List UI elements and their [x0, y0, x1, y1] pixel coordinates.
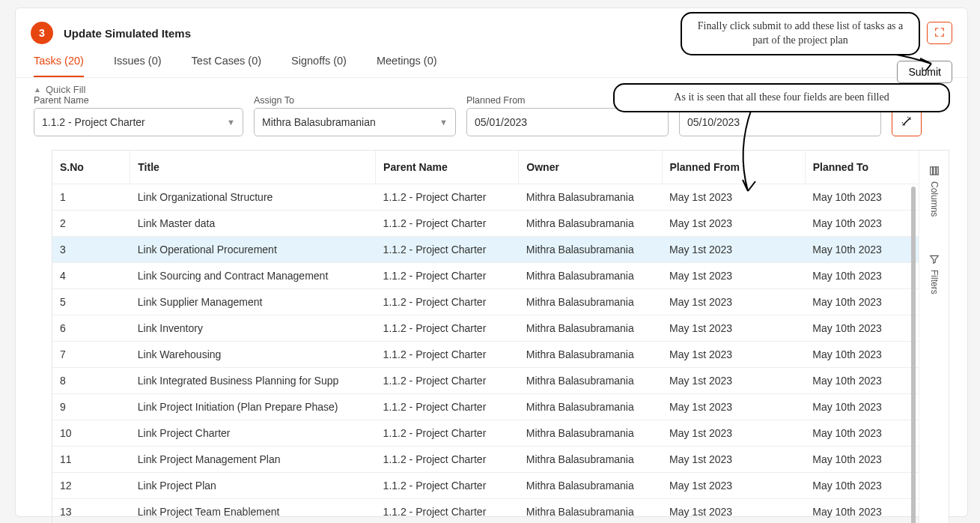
cell-parent: 1.1.2 - Project Charter — [376, 499, 519, 524]
cell-sno: 12 — [52, 473, 130, 499]
columns-icon — [929, 166, 940, 178]
collapse-icon: ▲ — [34, 85, 41, 94]
table-row[interactable]: 11Link Project Management Plan1.1.2 - Pr… — [52, 447, 949, 473]
cell-parent: 1.1.2 - Project Charter — [376, 368, 519, 394]
cell-sno: 7 — [52, 342, 130, 368]
tab-issues[interactable]: Issues (0) — [114, 55, 162, 77]
cell-title: Link Operational Procurement — [130, 237, 376, 263]
step-number: 3 — [31, 22, 53, 44]
table-row[interactable]: 8Link Integrated Business Planning for S… — [52, 368, 949, 394]
cell-owner: Mithra Balasubramania — [519, 368, 662, 394]
cell-from: May 1st 2023 — [662, 447, 805, 473]
cell-owner: Mithra Balasubramania — [519, 237, 662, 263]
annotation-fields: As it is seen that all these four fields… — [613, 83, 950, 112]
cell-owner: Mithra Balasubramania — [519, 342, 662, 368]
cell-sno: 5 — [52, 289, 130, 315]
assign-to-select[interactable]: Mithra Balasubramanian ▼ — [254, 108, 456, 136]
cell-owner: Mithra Balasubramania — [519, 289, 662, 315]
table-row[interactable]: 9Link Project Initiation (Plan Prepare P… — [52, 394, 949, 420]
cell-parent: 1.1.2 - Project Charter — [376, 263, 519, 289]
col-parent[interactable]: Parent Name — [376, 151, 519, 184]
cell-parent: 1.1.2 - Project Charter — [376, 473, 519, 499]
cell-from: May 1st 2023 — [662, 237, 805, 263]
filters-tool[interactable]: Filters — [929, 254, 940, 294]
assign-to-value: Mithra Balasubramanian — [262, 116, 376, 128]
cell-title: Link Project Charter — [130, 420, 376, 447]
cell-from: May 1st 2023 — [662, 420, 805, 447]
chevron-down-icon: ▼ — [227, 118, 235, 127]
cell-title: Link Sourcing and Contract Management — [130, 263, 376, 289]
cell-owner: Mithra Balasubramania — [519, 499, 662, 524]
cell-owner: Mithra Balasubramania — [519, 211, 662, 237]
cell-title: Link Master data — [130, 211, 376, 237]
cell-from: May 1st 2023 — [662, 263, 805, 289]
cell-title: Link Warehousing — [130, 342, 376, 368]
tab-meetings[interactable]: Meetings (0) — [377, 55, 437, 77]
cell-from: May 1st 2023 — [662, 289, 805, 315]
planned-from-value: 05/01/2023 — [475, 116, 527, 128]
quick-fill-label: Quick Fill — [46, 84, 85, 95]
table-row[interactable]: 3Link Operational Procurement1.1.2 - Pro… — [52, 237, 949, 263]
cell-owner: Mithra Balasubramania — [519, 263, 662, 289]
cell-parent: 1.1.2 - Project Charter — [376, 447, 519, 473]
col-sno[interactable]: S.No — [52, 151, 130, 184]
cell-title: Link Project Team Enablement — [130, 499, 376, 524]
parent-name-value: 1.1.2 - Project Charter — [42, 116, 145, 128]
cell-sno: 10 — [52, 420, 130, 447]
table-row[interactable]: 4Link Sourcing and Contract Management1.… — [52, 263, 949, 289]
cell-parent: 1.1.2 - Project Charter — [376, 289, 519, 315]
expand-icon — [934, 27, 945, 40]
tab-testcases[interactable]: Test Cases (0) — [192, 55, 261, 77]
table-row[interactable]: 12Link Project Plan1.1.2 - Project Chart… — [52, 473, 949, 499]
cell-sno: 2 — [52, 211, 130, 237]
svg-rect-0 — [930, 167, 932, 175]
cell-sno: 8 — [52, 368, 130, 394]
cell-sno: 3 — [52, 237, 130, 263]
parent-name-select[interactable]: 1.1.2 - Project Charter ▼ — [34, 108, 243, 136]
table-row[interactable]: 1Link Organizational Structure1.1.2 - Pr… — [52, 184, 949, 211]
table-row[interactable]: 7Link Warehousing1.1.2 - Project Charter… — [52, 342, 949, 368]
cell-from: May 1st 2023 — [662, 473, 805, 499]
cell-from: May 1st 2023 — [662, 342, 805, 368]
cell-owner: Mithra Balasubramania — [519, 473, 662, 499]
vertical-scrollbar[interactable] — [911, 187, 916, 523]
tab-tasks[interactable]: Tasks (20) — [34, 55, 84, 77]
table-row[interactable]: 6Link Inventory1.1.2 - Project CharterMi… — [52, 315, 949, 342]
cell-sno: 9 — [52, 394, 130, 420]
cell-from: May 1st 2023 — [662, 211, 805, 237]
svg-rect-1 — [933, 167, 935, 175]
cell-title: Link Integrated Business Planning for Su… — [130, 368, 376, 394]
cell-title: Link Inventory — [130, 315, 376, 342]
cell-title: Link Project Plan — [130, 473, 376, 499]
cell-parent: 1.1.2 - Project Charter — [376, 184, 519, 211]
cell-title: Link Project Management Plan — [130, 447, 376, 473]
cell-parent: 1.1.2 - Project Charter — [376, 342, 519, 368]
svg-rect-2 — [936, 167, 937, 175]
col-owner[interactable]: Owner — [519, 151, 662, 184]
cell-owner: Mithra Balasubramania — [519, 420, 662, 447]
tab-signoffs[interactable]: Signoffs (0) — [291, 55, 347, 77]
cell-from: May 1st 2023 — [662, 315, 805, 342]
cell-sno: 11 — [52, 447, 130, 473]
expand-button[interactable] — [927, 22, 952, 44]
filters-tool-label: Filters — [929, 270, 940, 294]
table-row[interactable]: 10Link Project Charter1.1.2 - Project Ch… — [52, 420, 949, 447]
page-title: Update Simulated Items — [64, 27, 191, 40]
assign-to-label: Assign To — [254, 95, 456, 106]
table-row[interactable]: 13Link Project Team Enablement1.1.2 - Pr… — [52, 499, 949, 524]
cell-owner: Mithra Balasubramania — [519, 394, 662, 420]
cell-title: Link Supplier Management — [130, 289, 376, 315]
columns-tool[interactable]: Columns — [929, 166, 940, 217]
col-title[interactable]: Title — [130, 151, 376, 184]
cell-from: May 1st 2023 — [662, 368, 805, 394]
parent-name-label: Parent Name — [34, 95, 243, 106]
table-row[interactable]: 2Link Master data1.1.2 - Project Charter… — [52, 211, 949, 237]
cell-title: Link Project Initiation (Plan Prepare Ph… — [130, 394, 376, 420]
annotation-submit: Finally click submit to add these list o… — [681, 12, 920, 55]
cell-sno: 13 — [52, 499, 130, 524]
table-row[interactable]: 5Link Supplier Management1.1.2 - Project… — [52, 289, 949, 315]
cell-sno: 6 — [52, 315, 130, 342]
columns-tool-label: Columns — [929, 181, 940, 217]
cell-title: Link Organizational Structure — [130, 184, 376, 211]
cell-owner: Mithra Balasubramania — [519, 315, 662, 342]
